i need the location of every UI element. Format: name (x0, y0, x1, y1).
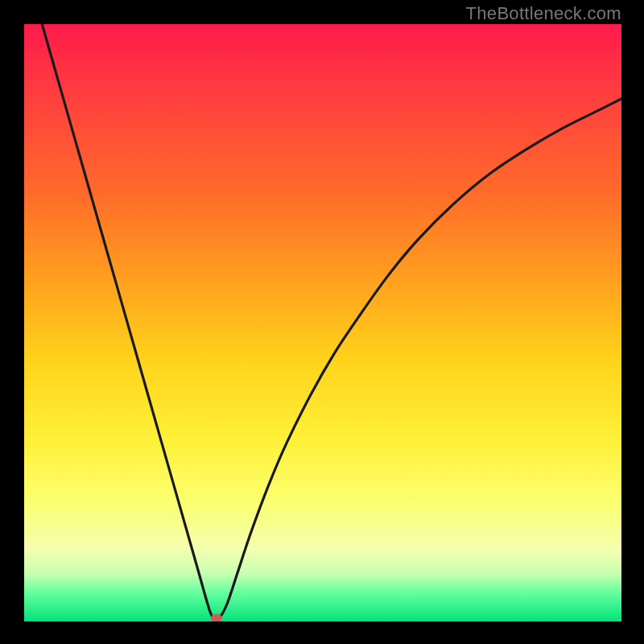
plot-area (24, 24, 621, 621)
bottleneck-curve (24, 24, 621, 621)
curve-path (42, 24, 621, 620)
chart-frame: TheBottleneck.com (0, 0, 644, 644)
attribution-label: TheBottleneck.com (466, 3, 621, 24)
